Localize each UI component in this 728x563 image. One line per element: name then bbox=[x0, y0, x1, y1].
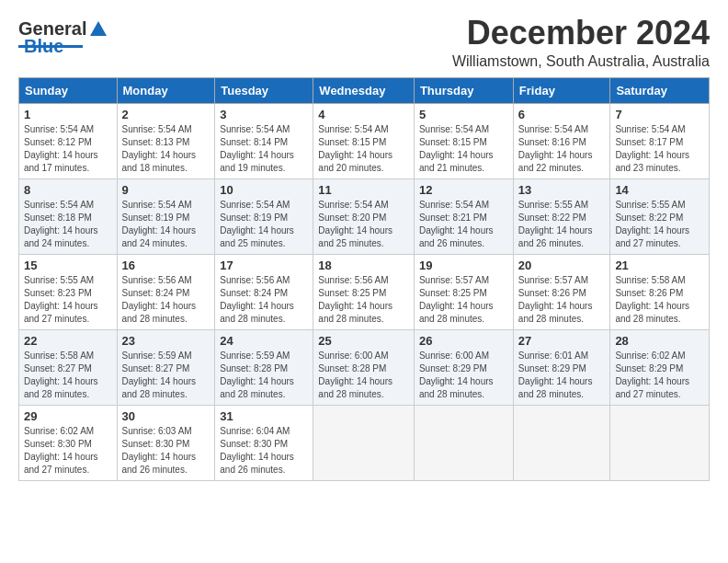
day-info: Sunrise: 5:58 AMSunset: 8:27 PMDaylight:… bbox=[24, 350, 112, 401]
day-info: Sunrise: 5:55 AMSunset: 8:22 PMDaylight:… bbox=[615, 199, 704, 250]
calendar-cell: 9Sunrise: 5:54 AMSunset: 8:19 PMDaylight… bbox=[117, 178, 215, 254]
day-number: 5 bbox=[419, 108, 508, 121]
day-number: 4 bbox=[318, 108, 409, 121]
logo-icon bbox=[88, 19, 108, 40]
day-number: 19 bbox=[419, 259, 508, 272]
calendar-cell: 27Sunrise: 6:01 AMSunset: 8:29 PMDayligh… bbox=[513, 329, 610, 405]
logo: General Blue bbox=[18, 18, 108, 57]
calendar-cell bbox=[513, 405, 610, 480]
calendar-cell: 29Sunrise: 6:02 AMSunset: 8:30 PMDayligh… bbox=[19, 405, 118, 480]
day-info: Sunrise: 5:54 AMSunset: 8:12 PMDaylight:… bbox=[24, 123, 112, 175]
calendar-cell: 21Sunrise: 5:58 AMSunset: 8:26 PMDayligh… bbox=[610, 254, 710, 329]
calendar-cell: 15Sunrise: 5:55 AMSunset: 8:23 PMDayligh… bbox=[19, 254, 118, 329]
day-number: 23 bbox=[122, 334, 210, 348]
day-info: Sunrise: 5:55 AMSunset: 8:23 PMDaylight:… bbox=[24, 274, 112, 326]
day-info: Sunrise: 5:59 AMSunset: 8:28 PMDaylight:… bbox=[220, 350, 308, 401]
col-header-thursday: Thursday bbox=[414, 77, 513, 103]
day-number: 7 bbox=[615, 108, 704, 121]
day-number: 9 bbox=[122, 183, 210, 197]
day-info: Sunrise: 5:54 AMSunset: 8:15 PMDaylight:… bbox=[419, 123, 508, 175]
day-number: 22 bbox=[24, 334, 112, 348]
day-info: Sunrise: 5:54 AMSunset: 8:18 PMDaylight:… bbox=[24, 199, 112, 250]
day-number: 14 bbox=[615, 183, 704, 197]
day-number: 10 bbox=[220, 183, 308, 197]
calendar-cell: 16Sunrise: 5:56 AMSunset: 8:24 PMDayligh… bbox=[117, 254, 215, 329]
col-header-monday: Monday bbox=[117, 77, 215, 103]
calendar-cell: 23Sunrise: 5:59 AMSunset: 8:27 PMDayligh… bbox=[117, 329, 215, 405]
calendar-cell: 18Sunrise: 5:56 AMSunset: 8:25 PMDayligh… bbox=[313, 254, 415, 329]
calendar-cell: 19Sunrise: 5:57 AMSunset: 8:25 PMDayligh… bbox=[414, 254, 513, 329]
calendar-cell: 20Sunrise: 5:57 AMSunset: 8:26 PMDayligh… bbox=[513, 254, 610, 329]
day-number: 3 bbox=[220, 108, 308, 121]
calendar-cell: 1Sunrise: 5:54 AMSunset: 8:12 PMDaylight… bbox=[19, 103, 118, 178]
day-number: 6 bbox=[518, 108, 606, 121]
calendar-cell: 10Sunrise: 5:54 AMSunset: 8:19 PMDayligh… bbox=[215, 178, 313, 254]
title-block: December 2024 Williamstown, South Austra… bbox=[452, 15, 710, 70]
col-header-sunday: Sunday bbox=[19, 77, 118, 103]
calendar-cell bbox=[414, 405, 513, 480]
day-info: Sunrise: 6:02 AMSunset: 8:29 PMDaylight:… bbox=[615, 350, 704, 401]
day-info: Sunrise: 6:01 AMSunset: 8:29 PMDaylight:… bbox=[518, 350, 606, 401]
day-info: Sunrise: 5:54 AMSunset: 8:21 PMDaylight:… bbox=[419, 199, 508, 250]
calendar-cell: 25Sunrise: 6:00 AMSunset: 8:28 PMDayligh… bbox=[313, 329, 415, 405]
calendar-cell: 11Sunrise: 5:54 AMSunset: 8:20 PMDayligh… bbox=[313, 178, 415, 254]
day-number: 27 bbox=[518, 334, 606, 348]
day-info: Sunrise: 6:00 AMSunset: 8:29 PMDaylight:… bbox=[419, 350, 508, 401]
day-info: Sunrise: 6:04 AMSunset: 8:30 PMDaylight:… bbox=[220, 425, 308, 477]
calendar-cell: 8Sunrise: 5:54 AMSunset: 8:18 PMDaylight… bbox=[19, 178, 118, 254]
calendar-cell bbox=[610, 405, 710, 480]
day-info: Sunrise: 5:56 AMSunset: 8:24 PMDaylight:… bbox=[122, 274, 210, 326]
day-number: 21 bbox=[615, 259, 704, 272]
col-header-saturday: Saturday bbox=[610, 77, 710, 103]
day-number: 29 bbox=[24, 409, 112, 423]
day-info: Sunrise: 6:00 AMSunset: 8:28 PMDaylight:… bbox=[318, 350, 409, 401]
day-number: 25 bbox=[318, 334, 409, 348]
calendar-cell: 3Sunrise: 5:54 AMSunset: 8:14 PMDaylight… bbox=[215, 103, 313, 178]
day-number: 8 bbox=[24, 183, 112, 197]
calendar-cell: 4Sunrise: 5:54 AMSunset: 8:15 PMDaylight… bbox=[313, 103, 415, 178]
day-info: Sunrise: 5:56 AMSunset: 8:25 PMDaylight:… bbox=[318, 274, 409, 326]
day-number: 24 bbox=[220, 334, 308, 348]
day-info: Sunrise: 5:54 AMSunset: 8:16 PMDaylight:… bbox=[518, 123, 606, 175]
calendar-cell: 6Sunrise: 5:54 AMSunset: 8:16 PMDaylight… bbox=[513, 103, 610, 178]
day-number: 18 bbox=[318, 259, 409, 272]
day-number: 26 bbox=[419, 334, 508, 348]
day-number: 1 bbox=[24, 108, 112, 121]
day-info: Sunrise: 5:54 AMSunset: 8:17 PMDaylight:… bbox=[615, 123, 704, 175]
calendar-cell: 22Sunrise: 5:58 AMSunset: 8:27 PMDayligh… bbox=[19, 329, 118, 405]
calendar-cell: 28Sunrise: 6:02 AMSunset: 8:29 PMDayligh… bbox=[610, 329, 710, 405]
day-number: 15 bbox=[24, 259, 112, 272]
day-info: Sunrise: 5:56 AMSunset: 8:24 PMDaylight:… bbox=[220, 274, 308, 326]
logo-blue: Blue bbox=[24, 36, 63, 57]
day-info: Sunrise: 5:54 AMSunset: 8:19 PMDaylight:… bbox=[220, 199, 308, 250]
calendar-cell bbox=[313, 405, 415, 480]
day-info: Sunrise: 5:59 AMSunset: 8:27 PMDaylight:… bbox=[122, 350, 210, 401]
day-number: 30 bbox=[122, 409, 210, 423]
day-number: 13 bbox=[518, 183, 606, 197]
col-header-friday: Friday bbox=[513, 77, 610, 103]
calendar-cell: 14Sunrise: 5:55 AMSunset: 8:22 PMDayligh… bbox=[610, 178, 710, 254]
col-header-tuesday: Tuesday bbox=[215, 77, 313, 103]
col-header-wednesday: Wednesday bbox=[313, 77, 415, 103]
calendar-cell: 12Sunrise: 5:54 AMSunset: 8:21 PMDayligh… bbox=[414, 178, 513, 254]
calendar-cell: 7Sunrise: 5:54 AMSunset: 8:17 PMDaylight… bbox=[610, 103, 710, 178]
day-info: Sunrise: 5:58 AMSunset: 8:26 PMDaylight:… bbox=[615, 274, 704, 326]
day-number: 20 bbox=[518, 259, 606, 272]
day-number: 12 bbox=[419, 183, 508, 197]
day-number: 17 bbox=[220, 259, 308, 272]
day-number: 11 bbox=[318, 183, 409, 197]
day-info: Sunrise: 5:54 AMSunset: 8:13 PMDaylight:… bbox=[122, 123, 210, 175]
page-header: General Blue December 2024 Williamstown,… bbox=[18, 15, 710, 70]
day-info: Sunrise: 5:54 AMSunset: 8:20 PMDaylight:… bbox=[318, 199, 409, 250]
calendar-cell: 2Sunrise: 5:54 AMSunset: 8:13 PMDaylight… bbox=[117, 103, 215, 178]
day-info: Sunrise: 5:54 AMSunset: 8:19 PMDaylight:… bbox=[122, 199, 210, 250]
day-info: Sunrise: 5:54 AMSunset: 8:14 PMDaylight:… bbox=[220, 123, 308, 175]
calendar-table: SundayMondayTuesdayWednesdayThursdayFrid… bbox=[18, 77, 710, 481]
day-info: Sunrise: 5:54 AMSunset: 8:15 PMDaylight:… bbox=[318, 123, 409, 175]
calendar-cell: 30Sunrise: 6:03 AMSunset: 8:30 PMDayligh… bbox=[117, 405, 215, 480]
day-info: Sunrise: 5:57 AMSunset: 8:25 PMDaylight:… bbox=[419, 274, 508, 326]
day-number: 2 bbox=[122, 108, 210, 121]
day-info: Sunrise: 6:02 AMSunset: 8:30 PMDaylight:… bbox=[24, 425, 112, 477]
day-info: Sunrise: 5:55 AMSunset: 8:22 PMDaylight:… bbox=[518, 199, 606, 250]
day-number: 28 bbox=[615, 334, 704, 348]
